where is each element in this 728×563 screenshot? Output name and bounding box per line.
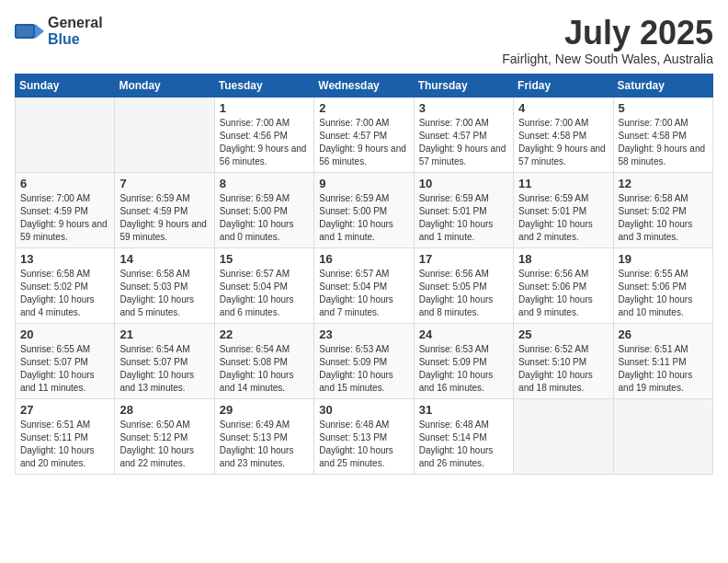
day-info: Sunrise: 6:55 AMSunset: 5:07 PMDaylight:… (20, 343, 109, 395)
calendar-cell: 10Sunrise: 6:59 AMSunset: 5:01 PMDayligh… (414, 172, 513, 247)
calendar-cell (514, 398, 613, 474)
day-info: Sunrise: 6:59 AMSunset: 5:00 PMDaylight:… (319, 192, 408, 244)
day-info: Sunrise: 6:48 AMSunset: 5:14 PMDaylight:… (419, 419, 508, 470)
day-number: 14 (119, 252, 209, 266)
calendar-cell: 13Sunrise: 6:58 AMSunset: 5:02 PMDayligh… (16, 247, 115, 323)
calendar-cell: 22Sunrise: 6:54 AMSunset: 5:08 PMDayligh… (214, 323, 313, 398)
calendar-week-row: 6Sunrise: 7:00 AMSunset: 4:59 PMDaylight… (16, 172, 713, 247)
day-number: 30 (319, 403, 408, 417)
day-number: 26 (619, 327, 708, 341)
calendar-cell: 2Sunrise: 7:00 AMSunset: 4:57 PMDaylight… (314, 97, 414, 172)
calendar-cell: 5Sunrise: 7:00 AMSunset: 4:58 PMDaylight… (613, 97, 712, 172)
calendar-cell: 15Sunrise: 6:57 AMSunset: 5:04 PMDayligh… (214, 247, 313, 323)
calendar-cell: 18Sunrise: 6:56 AMSunset: 5:06 PMDayligh… (514, 247, 613, 323)
day-info: Sunrise: 7:00 AMSunset: 4:59 PMDaylight:… (20, 192, 109, 244)
day-header-wednesday: Wednesday (314, 74, 414, 97)
calendar-week-row: 20Sunrise: 6:55 AMSunset: 5:07 PMDayligh… (16, 323, 713, 398)
calendar-cell: 25Sunrise: 6:52 AMSunset: 5:10 PMDayligh… (514, 323, 613, 398)
calendar-cell: 19Sunrise: 6:55 AMSunset: 5:06 PMDayligh… (613, 247, 712, 323)
calendar-cell: 23Sunrise: 6:53 AMSunset: 5:09 PMDayligh… (314, 323, 414, 398)
day-number: 22 (220, 327, 309, 341)
day-header-monday: Monday (115, 74, 214, 97)
calendar-cell: 3Sunrise: 7:00 AMSunset: 4:57 PMDaylight… (414, 97, 513, 172)
logo-general-text: General (48, 15, 103, 31)
calendar-cell: 26Sunrise: 6:51 AMSunset: 5:11 PMDayligh… (613, 323, 712, 398)
calendar-cell: 24Sunrise: 6:53 AMSunset: 5:09 PMDayligh… (414, 323, 513, 398)
day-info: Sunrise: 7:00 AMSunset: 4:58 PMDaylight:… (619, 117, 708, 168)
day-number: 11 (518, 177, 608, 190)
calendar-cell: 7Sunrise: 6:59 AMSunset: 4:59 PMDaylight… (115, 172, 214, 247)
day-header-friday: Friday (514, 74, 613, 97)
calendar-cell: 14Sunrise: 6:58 AMSunset: 5:03 PMDayligh… (115, 247, 214, 323)
day-number: 8 (220, 177, 309, 190)
day-number: 12 (619, 177, 708, 190)
day-number: 6 (20, 177, 109, 190)
day-number: 23 (319, 327, 408, 341)
calendar-cell: 30Sunrise: 6:48 AMSunset: 5:13 PMDayligh… (314, 398, 414, 474)
day-number: 16 (319, 252, 408, 266)
calendar-cell: 29Sunrise: 6:49 AMSunset: 5:13 PMDayligh… (214, 398, 313, 474)
page-header: General Blue July 2025 Fairlight, New So… (15, 15, 713, 66)
calendar-cell (115, 97, 214, 172)
svg-marker-1 (35, 24, 44, 39)
day-info: Sunrise: 6:59 AMSunset: 5:00 PMDaylight:… (220, 192, 309, 244)
day-number: 25 (518, 327, 608, 341)
calendar-cell: 28Sunrise: 6:50 AMSunset: 5:12 PMDayligh… (115, 398, 214, 474)
day-info: Sunrise: 6:54 AMSunset: 5:07 PMDaylight:… (119, 343, 209, 395)
month-title: July 2025 (502, 15, 713, 52)
calendar-cell: 9Sunrise: 6:59 AMSunset: 5:00 PMDaylight… (314, 172, 414, 247)
day-info: Sunrise: 6:58 AMSunset: 5:02 PMDaylight:… (20, 268, 109, 319)
day-info: Sunrise: 6:58 AMSunset: 5:03 PMDaylight:… (119, 268, 209, 319)
day-number: 7 (119, 177, 209, 190)
logo-blue-text: Blue (48, 31, 103, 48)
calendar-cell (613, 398, 712, 474)
day-info: Sunrise: 6:52 AMSunset: 5:10 PMDaylight:… (518, 343, 608, 395)
calendar-cell: 8Sunrise: 6:59 AMSunset: 5:00 PMDaylight… (214, 172, 313, 247)
logo-icon (15, 17, 44, 46)
day-info: Sunrise: 6:54 AMSunset: 5:08 PMDaylight:… (220, 343, 309, 395)
calendar-header-row: SundayMondayTuesdayWednesdayThursdayFrid… (16, 74, 713, 97)
day-number: 3 (419, 101, 508, 115)
day-info: Sunrise: 6:59 AMSunset: 4:59 PMDaylight:… (119, 192, 209, 244)
calendar-cell: 6Sunrise: 7:00 AMSunset: 4:59 PMDaylight… (16, 172, 115, 247)
day-info: Sunrise: 6:55 AMSunset: 5:06 PMDaylight:… (619, 268, 708, 319)
day-info: Sunrise: 6:53 AMSunset: 5:09 PMDaylight:… (319, 343, 408, 395)
calendar-cell: 17Sunrise: 6:56 AMSunset: 5:05 PMDayligh… (414, 247, 513, 323)
calendar-cell: 4Sunrise: 7:00 AMSunset: 4:58 PMDaylight… (514, 97, 613, 172)
day-info: Sunrise: 6:53 AMSunset: 5:09 PMDaylight:… (419, 343, 508, 395)
day-info: Sunrise: 6:58 AMSunset: 5:02 PMDaylight:… (619, 192, 708, 244)
day-header-saturday: Saturday (613, 74, 712, 97)
title-area: July 2025 Fairlight, New South Wales, Au… (502, 15, 713, 66)
logo: General Blue (15, 15, 103, 47)
calendar-cell: 12Sunrise: 6:58 AMSunset: 5:02 PMDayligh… (613, 172, 712, 247)
day-number: 13 (20, 252, 109, 266)
calendar-week-row: 27Sunrise: 6:51 AMSunset: 5:11 PMDayligh… (16, 398, 713, 474)
calendar-cell: 31Sunrise: 6:48 AMSunset: 5:14 PMDayligh… (414, 398, 513, 474)
day-number: 20 (20, 327, 109, 341)
day-number: 27 (20, 403, 109, 417)
calendar-cell: 1Sunrise: 7:00 AMSunset: 4:56 PMDaylight… (214, 97, 313, 172)
day-info: Sunrise: 6:51 AMSunset: 5:11 PMDaylight:… (619, 343, 708, 395)
day-number: 31 (419, 403, 508, 417)
day-header-thursday: Thursday (414, 74, 513, 97)
calendar-week-row: 13Sunrise: 6:58 AMSunset: 5:02 PMDayligh… (16, 247, 713, 323)
svg-rect-2 (17, 26, 33, 37)
day-number: 15 (220, 252, 309, 266)
day-info: Sunrise: 6:56 AMSunset: 5:05 PMDaylight:… (419, 268, 508, 319)
day-number: 21 (119, 327, 209, 341)
day-info: Sunrise: 6:56 AMSunset: 5:06 PMDaylight:… (518, 268, 608, 319)
day-info: Sunrise: 6:59 AMSunset: 5:01 PMDaylight:… (419, 192, 508, 244)
day-info: Sunrise: 6:48 AMSunset: 5:13 PMDaylight:… (319, 419, 408, 470)
calendar-cell: 11Sunrise: 6:59 AMSunset: 5:01 PMDayligh… (514, 172, 613, 247)
day-info: Sunrise: 7:00 AMSunset: 4:56 PMDaylight:… (220, 117, 309, 168)
day-number: 2 (319, 101, 408, 115)
day-info: Sunrise: 6:57 AMSunset: 5:04 PMDaylight:… (319, 268, 408, 319)
day-info: Sunrise: 6:57 AMSunset: 5:04 PMDaylight:… (220, 268, 309, 319)
day-number: 18 (518, 252, 608, 266)
day-info: Sunrise: 6:51 AMSunset: 5:11 PMDaylight:… (20, 419, 109, 470)
location-title: Fairlight, New South Wales, Australia (502, 52, 713, 66)
day-info: Sunrise: 7:00 AMSunset: 4:58 PMDaylight:… (518, 117, 608, 168)
day-header-tuesday: Tuesday (214, 74, 313, 97)
day-number: 5 (619, 101, 708, 115)
day-info: Sunrise: 7:00 AMSunset: 4:57 PMDaylight:… (419, 117, 508, 168)
